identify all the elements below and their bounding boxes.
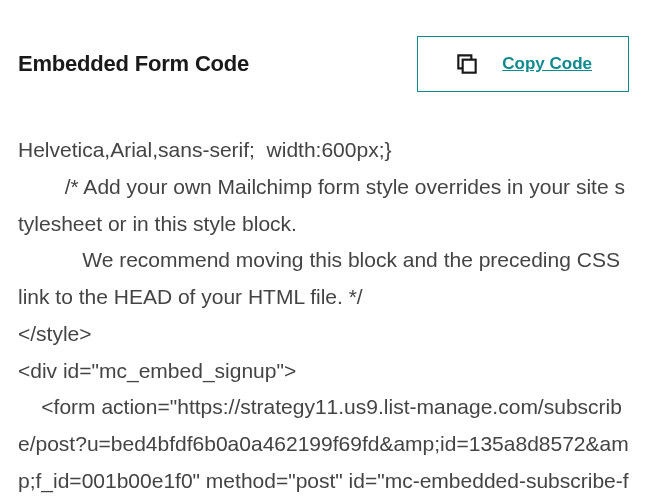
copy-code-button[interactable]: Copy Code (417, 36, 629, 92)
copy-code-button-label: Copy Code (502, 54, 592, 74)
copy-icon (454, 51, 480, 77)
header-row: Embedded Form Code Copy Code (18, 16, 629, 92)
code-block[interactable]: Helvetica,Arial,sans-serif; width:600px;… (18, 132, 629, 500)
page-title: Embedded Form Code (18, 51, 249, 77)
svg-rect-0 (463, 60, 476, 73)
